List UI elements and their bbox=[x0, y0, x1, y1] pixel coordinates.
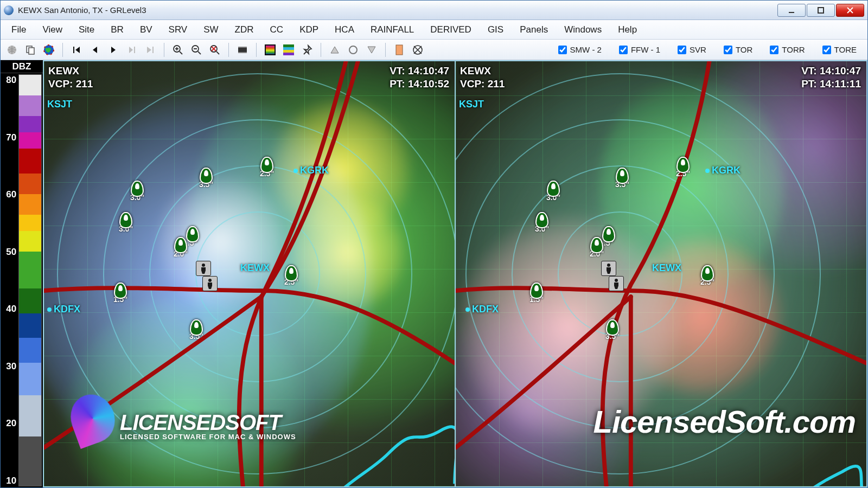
toolbar-sep bbox=[62, 43, 63, 57]
rain-marker[interactable]: 2.0" bbox=[170, 237, 191, 258]
marker-person-icon[interactable] bbox=[196, 261, 211, 276]
film-icon[interactable] bbox=[234, 42, 251, 58]
tri-down-icon[interactable] bbox=[363, 42, 380, 58]
menu-hca[interactable]: HCA bbox=[327, 22, 362, 38]
menu-srv[interactable]: SRV bbox=[161, 22, 195, 38]
marker-person-icon[interactable] bbox=[609, 276, 624, 291]
svg-point-21 bbox=[202, 264, 205, 267]
chk-torr[interactable]: TORR bbox=[770, 45, 805, 54]
zoom-in-icon[interactable] bbox=[170, 42, 186, 58]
rain-marker[interactable]: 1.5" bbox=[526, 282, 547, 303]
station-kgrk: KGRK bbox=[293, 165, 329, 175]
menu-view[interactable]: View bbox=[35, 22, 70, 38]
radar-panel-left[interactable]: KSJT KGRK KEWX KDFX 3.0"3.5"2.5"3.0".5"2… bbox=[43, 60, 455, 487]
panel-info-tr: VT: 14:10:47 PT: 14:10:52 bbox=[390, 65, 449, 91]
menu-bv[interactable]: BV bbox=[132, 22, 160, 38]
rain-marker[interactable]: 3.0" bbox=[532, 212, 552, 233]
svg-rect-15 bbox=[283, 47, 294, 50]
marker-person-icon[interactable] bbox=[202, 276, 218, 291]
menu-rainfall[interactable]: RAINFALL bbox=[363, 22, 422, 38]
maximize-button[interactable] bbox=[807, 4, 835, 17]
station-ksjt: KSJT bbox=[47, 99, 72, 109]
menu-sw[interactable]: SW bbox=[196, 22, 226, 38]
menu-cc[interactable]: CC bbox=[263, 22, 291, 38]
menu-site[interactable]: Site bbox=[71, 22, 102, 38]
panel-info-tl: KEWX VCP: 211 bbox=[48, 65, 93, 91]
svg-point-18 bbox=[349, 46, 357, 54]
tri-up-icon[interactable] bbox=[327, 42, 343, 58]
window-title: KEWX San Antonio, TX - GRLevel3 bbox=[18, 5, 777, 15]
radar-panels: KSJT KGRK KEWX KDFX 3.0"3.5"2.5"3.0".5"2… bbox=[43, 60, 867, 487]
svg-rect-19 bbox=[396, 45, 403, 55]
pin-icon[interactable] bbox=[299, 42, 315, 58]
rain-marker[interactable]: 2.5" bbox=[673, 157, 693, 177]
menu-bar: File View Site BR BV SRV SW ZDR CC KDP H… bbox=[1, 20, 867, 40]
rain-marker[interactable]: 2.5" bbox=[281, 265, 302, 286]
menu-help[interactable]: Help bbox=[610, 22, 644, 38]
svg-point-22 bbox=[208, 279, 212, 282]
svg-rect-0 bbox=[818, 8, 824, 13]
palette-a-icon[interactable] bbox=[262, 42, 278, 58]
svg-rect-10 bbox=[238, 47, 247, 48]
palette-b-icon[interactable] bbox=[280, 42, 297, 58]
content-area: DBZ 80 70 60 50 40 30 20 10 bbox=[1, 60, 867, 487]
panel-info-tl: KEWX VCP: 211 bbox=[460, 65, 505, 91]
menu-zdr[interactable]: ZDR bbox=[227, 22, 261, 38]
svg-rect-14 bbox=[283, 44, 294, 47]
rain-marker[interactable]: 3.5" bbox=[196, 168, 216, 188]
crosshair-off-icon[interactable] bbox=[410, 42, 426, 58]
watermark-text: LICENSEDSOFT LICENSED SOFTWARE FOR MAC &… bbox=[120, 412, 296, 440]
step-back-icon[interactable] bbox=[87, 42, 103, 58]
zoom-out-icon[interactable] bbox=[188, 42, 205, 58]
circle-icon[interactable] bbox=[345, 42, 361, 58]
radar-panel-right[interactable]: KSJT KGRK KEWX KDFX 3.0"3.5"2.5"3.0".5"2… bbox=[455, 60, 867, 487]
station-kdfx: KDFX bbox=[465, 304, 499, 314]
rain-marker[interactable]: 1.5" bbox=[110, 282, 131, 303]
rain-marker[interactable]: 3.0" bbox=[127, 181, 148, 201]
svg-rect-13 bbox=[266, 46, 275, 54]
watermark-url: LicensedSoft.com bbox=[593, 406, 856, 438]
chk-tor[interactable]: TOR bbox=[724, 45, 752, 54]
dbz-scale: DBZ 80 70 60 50 40 30 20 10 bbox=[1, 60, 43, 487]
toolbar-sep bbox=[164, 43, 164, 57]
app-icon bbox=[4, 5, 14, 15]
rain-marker[interactable]: 3.0" bbox=[543, 181, 564, 201]
menu-panels[interactable]: Panels bbox=[512, 22, 556, 38]
menu-derived[interactable]: DERIVED bbox=[423, 22, 479, 38]
rain-marker[interactable]: 2.0" bbox=[586, 237, 607, 258]
panel-info-tr: VT: 14:10:47 PT: 14:11:11 bbox=[801, 65, 861, 91]
marker-person-icon[interactable] bbox=[601, 261, 616, 276]
skip-first-icon[interactable] bbox=[68, 42, 85, 58]
dbz-ticks: 80 70 60 50 40 30 20 10 bbox=[1, 73, 17, 487]
station-kdfx: KDFX bbox=[47, 304, 80, 314]
chk-ffw[interactable]: FFW - 1 bbox=[619, 45, 660, 54]
copy-icon[interactable] bbox=[22, 42, 39, 58]
station-kewx: KEWX bbox=[240, 263, 270, 273]
chk-smw[interactable]: SMW - 2 bbox=[558, 45, 602, 54]
rain-marker[interactable]: 2.5" bbox=[257, 157, 277, 177]
rain-marker[interactable]: 3.5" bbox=[602, 319, 623, 340]
rain-marker[interactable]: 3.5" bbox=[186, 319, 207, 340]
skip-last-icon[interactable] bbox=[142, 42, 158, 58]
rain-marker[interactable]: 3.5" bbox=[612, 168, 633, 188]
menu-file[interactable]: File bbox=[4, 22, 34, 38]
rain-marker[interactable]: 2.5" bbox=[697, 265, 718, 286]
slab-icon[interactable] bbox=[391, 42, 407, 58]
globe-gray-icon[interactable] bbox=[4, 42, 20, 58]
zoom-reset-icon[interactable] bbox=[207, 42, 223, 58]
title-bar[interactable]: KEWX San Antonio, TX - GRLevel3 bbox=[1, 1, 867, 20]
chk-tore[interactable]: TORE bbox=[822, 45, 857, 54]
menu-windows[interactable]: Windows bbox=[557, 22, 609, 38]
toolbar-sep bbox=[228, 43, 229, 57]
step-fwd-icon[interactable] bbox=[124, 42, 140, 58]
menu-br[interactable]: BR bbox=[103, 22, 131, 38]
menu-gis[interactable]: GIS bbox=[480, 22, 511, 38]
globe-color-icon[interactable] bbox=[41, 42, 57, 58]
svg-point-24 bbox=[615, 279, 618, 282]
chk-svr[interactable]: SVR bbox=[678, 45, 706, 54]
minimize-button[interactable] bbox=[777, 4, 806, 17]
play-icon[interactable] bbox=[105, 42, 122, 58]
rain-marker[interactable]: 3.0" bbox=[116, 212, 136, 233]
menu-kdp[interactable]: KDP bbox=[292, 22, 326, 38]
close-button[interactable] bbox=[836, 4, 864, 17]
